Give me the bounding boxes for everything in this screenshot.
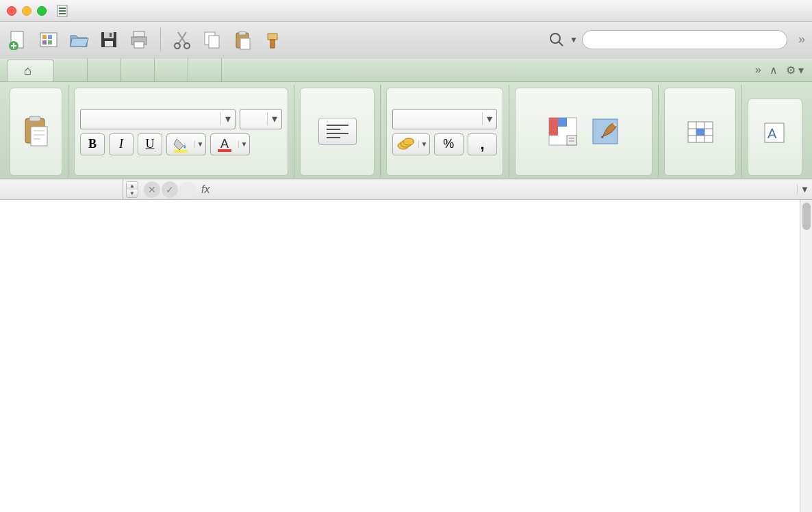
svg-rect-10	[48, 40, 52, 44]
formula-bar: ▲▼ ✕ ✓ fx ▼	[0, 179, 812, 200]
align-button[interactable]	[318, 118, 357, 146]
chevron-down-icon: ▼	[238, 140, 249, 148]
toolbar-overflow-icon[interactable]: »	[798, 32, 805, 47]
group-themes: A	[742, 85, 808, 177]
svg-rect-1	[59, 8, 66, 9]
svg-rect-28	[29, 116, 40, 121]
chevron-down-icon: ▾	[220, 112, 231, 125]
paste-big-button[interactable]	[21, 114, 51, 150]
vertical-scrollbar[interactable]	[800, 200, 812, 512]
svg-rect-38	[558, 118, 567, 127]
titlebar	[0, 0, 812, 22]
search-dropdown-icon[interactable]: ▼	[570, 35, 578, 44]
chevron-down-icon: ▾	[267, 112, 277, 125]
svg-point-26	[550, 34, 560, 43]
paste-button[interactable]	[231, 28, 254, 51]
fill-color-icon	[167, 136, 194, 153]
svg-rect-14	[110, 33, 112, 37]
fx-icon: fx	[201, 183, 210, 196]
svg-point-35	[403, 138, 414, 145]
font-color-icon: A	[211, 136, 238, 153]
quick-toolbar: ▼ »	[0, 22, 812, 57]
tab-formulas[interactable]	[188, 58, 222, 81]
formula-builder-button[interactable]	[179, 181, 196, 198]
close-window-button[interactable]	[7, 6, 16, 16]
svg-rect-40	[567, 136, 576, 145]
new-doc-button[interactable]	[7, 28, 30, 51]
font-name-combo[interactable]: ▾	[80, 109, 236, 129]
themes-button[interactable]: A	[763, 120, 787, 155]
save-button[interactable]	[97, 28, 120, 51]
group-alignment	[294, 85, 381, 177]
tab-home[interactable]: ⌂	[7, 60, 54, 81]
scroll-thumb[interactable]	[802, 203, 811, 230]
tab-charts[interactable]	[121, 58, 155, 81]
chevron-down-icon: ▼	[418, 140, 429, 148]
search-area: ▼ »	[548, 30, 805, 49]
tab-tables[interactable]	[88, 58, 121, 81]
tab-smartart[interactable]	[155, 58, 188, 81]
svg-rect-24	[240, 38, 250, 49]
actions-button[interactable]	[684, 115, 717, 149]
ribbon-right-controls: » ∧ ⚙ ▾	[755, 58, 812, 81]
svg-rect-2	[59, 10, 66, 12]
svg-rect-25	[270, 40, 275, 48]
svg-rect-9	[42, 40, 47, 44]
grid[interactable]	[0, 200, 800, 512]
svg-rect-13	[105, 41, 113, 47]
bold-button[interactable]: B	[80, 133, 105, 155]
formula-expand-icon[interactable]: ▼	[797, 184, 812, 194]
open-button[interactable]	[67, 28, 90, 51]
home-icon: ⌂	[24, 64, 31, 78]
cancel-formula-button[interactable]: ✕	[144, 181, 160, 198]
fill-color-button[interactable]: ▼	[166, 133, 206, 155]
ribbon-body: ▾ ▾ B I U ▼ A ▼	[0, 82, 812, 179]
settings-gear-icon[interactable]: ⚙ ▾	[786, 64, 804, 77]
currency-icon	[393, 138, 418, 151]
styles-button[interactable]	[589, 115, 622, 149]
group-number: ▾ ▼ % ,	[381, 85, 509, 177]
accept-formula-button[interactable]: ✓	[162, 181, 178, 198]
ribbon-tabs: ⌂ » ∧ ⚙ ▾	[0, 57, 812, 82]
currency-button[interactable]: ▼	[392, 133, 430, 155]
svg-rect-43	[696, 129, 705, 136]
cut-button[interactable]	[170, 28, 194, 51]
collapse-ribbon-icon[interactable]: ∧	[770, 64, 778, 77]
search-icon	[548, 31, 566, 49]
spreadsheet	[0, 200, 812, 512]
italic-button[interactable]: I	[109, 133, 134, 155]
ribbon-overflow-icon[interactable]: »	[755, 64, 761, 76]
toolbar-separator	[160, 27, 161, 52]
chevron-down-icon: ▾	[482, 112, 492, 125]
print-button[interactable]	[127, 28, 151, 51]
zoom-window-button[interactable]	[37, 6, 47, 16]
group-cells	[659, 85, 742, 177]
underline-button[interactable]: U	[138, 133, 162, 155]
number-format-combo[interactable]: ▾	[392, 109, 497, 129]
window-controls	[7, 6, 47, 16]
search-input[interactable]	[582, 30, 787, 49]
font-size-combo[interactable]: ▾	[240, 109, 282, 129]
align-icon	[318, 118, 357, 145]
conditional-formatting-button[interactable]	[546, 115, 579, 149]
name-box[interactable]	[0, 179, 123, 199]
percent-button[interactable]: %	[434, 133, 464, 155]
templates-button[interactable]	[37, 28, 60, 51]
svg-rect-23	[239, 31, 246, 35]
svg-rect-15	[134, 31, 144, 37]
format-painter-button[interactable]	[261, 28, 284, 51]
tab-layout[interactable]	[54, 58, 88, 81]
svg-point-19	[184, 43, 190, 49]
svg-point-18	[175, 43, 180, 49]
document-icon	[56, 5, 68, 17]
name-box-stepper[interactable]: ▲▼	[126, 181, 138, 198]
copy-button[interactable]	[201, 28, 224, 51]
svg-rect-8	[48, 35, 52, 39]
minimize-window-button[interactable]	[22, 6, 31, 16]
svg-text:A: A	[220, 137, 229, 151]
comma-button[interactable]: ,	[468, 133, 497, 155]
svg-rect-39	[549, 127, 558, 136]
group-font: ▾ ▾ B I U ▼ A ▼	[68, 85, 294, 177]
svg-rect-21	[209, 36, 219, 48]
font-color-button[interactable]: A ▼	[210, 133, 250, 155]
